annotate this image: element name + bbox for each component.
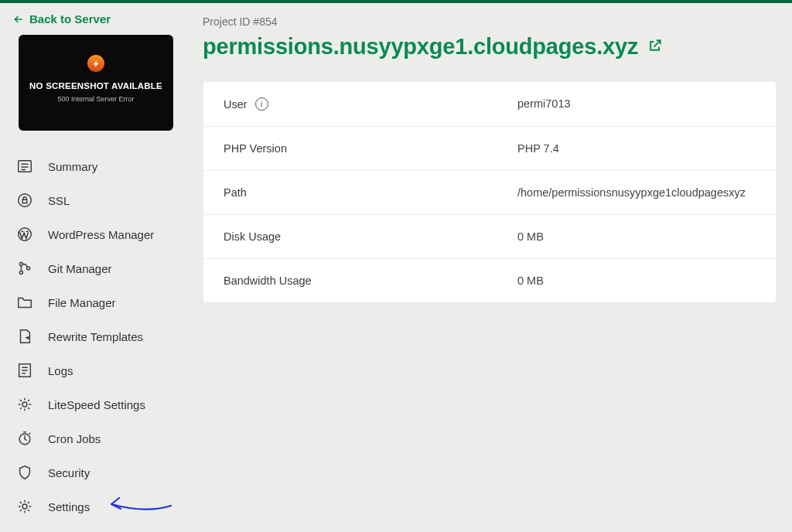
shield-icon: [15, 463, 34, 482]
nav-git[interactable]: Git Manager: [9, 251, 183, 285]
file-arrow-icon: [15, 327, 34, 346]
nav-logs[interactable]: Logs: [9, 353, 183, 387]
value-path: /home/permissionsnusyypxge1cloudpagesxyz: [517, 186, 756, 199]
value-disk: 0 MB: [517, 230, 756, 243]
nav-wordpress[interactable]: WordPress Manager: [9, 217, 183, 251]
nav-settings[interactable]: Settings: [9, 489, 183, 523]
nav-label: LiteSpeed Settings: [48, 398, 145, 411]
svg-point-4: [19, 262, 22, 265]
label-bandwidth: Bandwidth Usage: [224, 275, 312, 287]
nav-label: Git Manager: [48, 262, 112, 275]
row-disk: Disk Usage 0 MB: [203, 215, 776, 259]
nav-cron-jobs[interactable]: Cron Jobs: [9, 421, 183, 455]
label-php: PHP Version: [224, 142, 287, 155]
back-to-server-link[interactable]: Back to Server: [9, 12, 183, 30]
row-path: Path /home/permissionsnusyypxge1cloudpag…: [203, 171, 776, 215]
nav-label: WordPress Manager: [48, 228, 154, 241]
lock-icon: [15, 191, 34, 210]
main-content: Project ID #854 permissions.nusyypxge1.c…: [198, 3, 792, 532]
settings-icon: [15, 497, 34, 516]
nav-ssl[interactable]: SSL: [9, 183, 183, 217]
nav-label: Cron Jobs: [48, 432, 101, 445]
project-domain[interactable]: permissions.nusyypxge1.cloudpages.xyz: [203, 34, 638, 60]
git-icon: [15, 259, 34, 278]
svg-point-1: [19, 194, 32, 207]
nav-file-manager[interactable]: File Manager: [9, 285, 183, 319]
preview-error-text: 500 Internal Server Error: [19, 95, 173, 103]
back-link-label: Back to Server: [29, 12, 111, 26]
summary-icon: [15, 157, 34, 176]
svg-point-6: [27, 267, 30, 270]
nav-label: Security: [48, 466, 90, 479]
site-screenshot-preview: NO SCREENSHOT AVAILABLE 500 Internal Ser…: [19, 35, 173, 131]
svg-rect-2: [22, 200, 27, 203]
value-php: PHP 7.4: [517, 142, 756, 155]
nav-label: Rewrite Templates: [48, 330, 143, 343]
svg-point-8: [22, 402, 27, 407]
wordpress-icon: [15, 225, 34, 244]
nav-rewrite-templates[interactable]: Rewrite Templates: [9, 319, 183, 353]
lightning-icon: [87, 55, 104, 72]
nav-label: Settings: [48, 500, 90, 513]
nav-label: File Manager: [48, 296, 116, 309]
svg-point-10: [22, 504, 27, 509]
nav-label: SSL: [48, 194, 70, 207]
sidebar: Back to Server NO SCREENSHOT AVAILABLE 5…: [0, 3, 198, 532]
info-icon[interactable]: i: [255, 97, 268, 111]
sidebar-nav: Summary SSL WordPress Manager Git Manage…: [9, 149, 183, 523]
nav-security[interactable]: Security: [9, 455, 183, 489]
project-summary-card: User i permi7013 PHP Version PHP 7.4 Pat…: [203, 81, 777, 303]
row-php: PHP Version PHP 7.4: [203, 127, 776, 171]
external-link-icon[interactable]: [647, 38, 663, 56]
label-path: Path: [224, 186, 247, 199]
nav-litespeed[interactable]: LiteSpeed Settings: [9, 387, 183, 421]
folder-icon: [15, 293, 34, 312]
nav-label: Logs: [48, 364, 73, 377]
label-disk: Disk Usage: [224, 230, 281, 243]
logs-icon: [15, 361, 34, 380]
gear-icon: [15, 395, 34, 414]
arrow-left-icon: [12, 13, 25, 26]
nav-summary[interactable]: Summary: [9, 149, 183, 183]
row-user: User i permi7013: [203, 82, 776, 127]
label-user: User: [224, 98, 248, 111]
project-id: Project ID #854: [203, 15, 777, 28]
value-bandwidth: 0 MB: [517, 275, 756, 287]
stopwatch-icon: [15, 429, 34, 448]
svg-point-5: [19, 271, 22, 274]
nav-label: Summary: [48, 160, 97, 173]
value-user: permi7013: [517, 97, 756, 111]
row-bandwidth: Bandwidth Usage 0 MB: [203, 259, 776, 302]
preview-label: NO SCREENSHOT AVAILABLE: [19, 81, 173, 90]
